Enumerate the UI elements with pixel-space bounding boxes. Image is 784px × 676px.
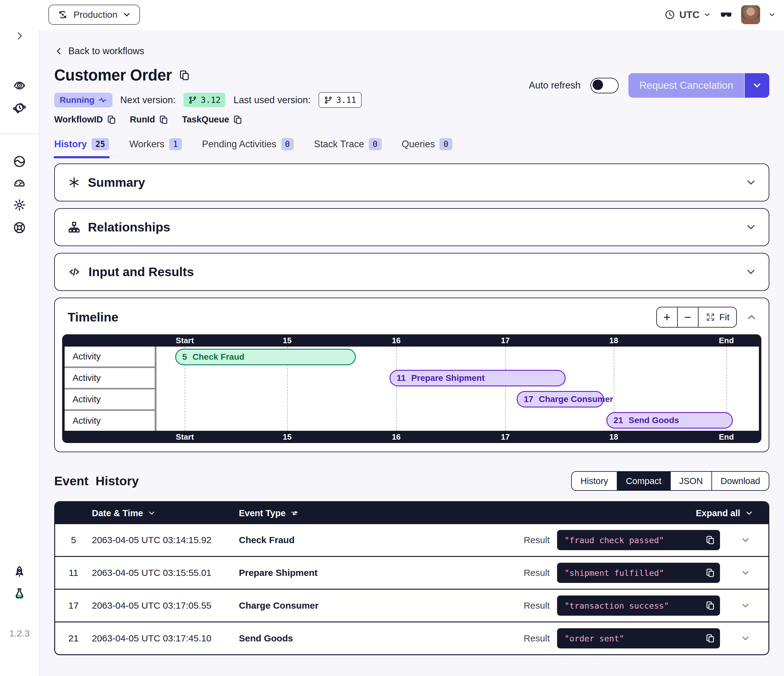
- view-compact-button[interactable]: Compact: [617, 472, 670, 490]
- tab-label: Queries: [402, 139, 435, 150]
- event-id: 17: [68, 600, 78, 611]
- request-cancelation-button[interactable]: Request Cancelation: [628, 73, 769, 98]
- incognito-glasses-icon[interactable]: [719, 8, 733, 22]
- support-lifering-icon[interactable]: [12, 221, 26, 235]
- view-history-button[interactable]: History: [572, 472, 616, 490]
- timeline-bar-send-goods[interactable]: 21Send Goods: [607, 412, 733, 429]
- copy-result-icon[interactable]: [705, 535, 715, 545]
- expand-all-button[interactable]: Expand all: [696, 508, 768, 518]
- run-id-label: RunId: [130, 115, 155, 124]
- result-value: "fraud check passed": [565, 536, 664, 545]
- fit-button[interactable]: Fit: [698, 308, 736, 327]
- result-value: "shipment fulfilled": [565, 568, 664, 578]
- settings-gear-icon[interactable]: [12, 198, 26, 212]
- expand-row-chevron[interactable]: [740, 633, 751, 643]
- timezone-label: UTC: [679, 9, 700, 20]
- event-row[interactable]: 5 2063-04-05 UTC 03:14:15.92 Check Fraud…: [55, 524, 768, 556]
- collapse-timeline-icon[interactable]: [745, 311, 758, 323]
- event-history-view-switcher: History Compact JSON Download: [571, 471, 769, 491]
- tab-pending-activities[interactable]: Pending Activities0: [202, 138, 294, 150]
- expand-row-chevron[interactable]: [740, 535, 751, 545]
- copy-result-icon[interactable]: [705, 634, 715, 643]
- back-to-workflows-link[interactable]: Back to workflows: [54, 46, 144, 57]
- workflow-tabs: History25 Workers1 Pending Activities0 S…: [54, 138, 769, 157]
- event-row[interactable]: 11 2063-04-05 UTC 03:15:55.01 Prepare Sh…: [55, 556, 768, 589]
- expand-row-chevron[interactable]: [740, 567, 751, 578]
- workflows-icon[interactable]: [12, 78, 26, 92]
- event-type: Prepare Shipment: [239, 567, 524, 578]
- axis-tick: 16: [392, 336, 401, 345]
- result-value-pill: "transaction success": [557, 595, 720, 616]
- copy-icon[interactable]: [107, 115, 117, 124]
- tab-history[interactable]: History25: [54, 138, 109, 150]
- labs-flask-icon[interactable]: [12, 587, 26, 601]
- chevron-down-icon: [745, 266, 757, 278]
- tab-workers[interactable]: Workers1: [129, 138, 182, 150]
- bar-label: Check Fraud: [193, 352, 245, 362]
- bar-label: Send Goods: [629, 415, 679, 425]
- zoom-out-button[interactable]: −: [677, 308, 698, 327]
- timeline-bar-prepare-shipment[interactable]: 11Prepare Shipment: [390, 370, 565, 386]
- expand-sidebar-icon[interactable]: [14, 31, 25, 41]
- request-cancelation-label: Request Cancelation: [628, 73, 744, 98]
- workflow-id-chip[interactable]: WorkflowID: [54, 115, 117, 124]
- timeline-row-label: Activity: [65, 411, 155, 431]
- sort-chevron-icon: [147, 509, 156, 517]
- namespace-icon: [57, 9, 68, 20]
- event-id: 21: [68, 633, 78, 643]
- gridline: [396, 347, 397, 431]
- gridline: [505, 347, 506, 431]
- copy-icon[interactable]: [233, 115, 243, 124]
- timeline-title: Timeline: [68, 310, 118, 325]
- timeline-bar-charge-consumer[interactable]: 17Charge Consumer: [516, 391, 604, 407]
- back-label: Back to workflows: [68, 46, 144, 57]
- tab-stack-trace[interactable]: Stack Trace0: [314, 138, 381, 150]
- rocket-icon[interactable]: [12, 565, 26, 579]
- tab-count: 25: [92, 138, 109, 150]
- schedules-icon[interactable]: [12, 101, 26, 115]
- copy-result-icon[interactable]: [705, 601, 715, 611]
- bar-label: Charge Consumer: [539, 394, 613, 404]
- relationships-label: Relationships: [88, 220, 170, 235]
- download-button[interactable]: Download: [711, 472, 769, 490]
- timeline-bar-check-fraud[interactable]: 5Check Fraud: [175, 349, 356, 365]
- user-avatar[interactable]: [741, 5, 760, 24]
- tab-count: 1: [169, 138, 182, 150]
- expand-row-chevron[interactable]: [740, 600, 751, 611]
- task-queue-chip[interactable]: TaskQueue: [182, 115, 243, 124]
- code-icon: [68, 265, 81, 278]
- copy-title-icon[interactable]: [179, 70, 190, 81]
- summary-accordion[interactable]: Summary: [54, 163, 769, 202]
- account-menu-chevron-icon[interactable]: [768, 11, 776, 19]
- relationships-accordion[interactable]: Relationships: [54, 208, 769, 246]
- nexus-icon[interactable]: [12, 155, 26, 168]
- namespace-switcher[interactable]: Production: [48, 5, 140, 25]
- timezone-selector[interactable]: UTC: [664, 9, 711, 20]
- chevron-down-icon: [122, 10, 131, 19]
- copy-icon[interactable]: [159, 115, 168, 124]
- result-label: Result: [524, 567, 550, 578]
- left-nav-rail: 1.2.3: [0, 0, 39, 676]
- chevron-down-icon: [745, 508, 754, 518]
- event-row[interactable]: 21 2063-04-05 UTC 03:17:45.10 Send Goods…: [55, 622, 768, 654]
- next-version-label: Next version:: [120, 95, 176, 106]
- date-time-sort[interactable]: Date & Time: [92, 508, 239, 518]
- input-results-accordion[interactable]: Input and Results: [54, 253, 769, 291]
- axis-tick: 17: [501, 336, 510, 345]
- view-json-button[interactable]: JSON: [670, 472, 711, 490]
- auto-refresh-toggle[interactable]: [590, 78, 619, 93]
- zoom-in-button[interactable]: +: [657, 308, 677, 327]
- usage-gauge-icon[interactable]: [12, 176, 26, 190]
- auto-refresh-label: Auto refresh: [529, 80, 581, 91]
- copy-result-icon[interactable]: [705, 568, 715, 578]
- app-version: 1.2.3: [0, 628, 39, 639]
- event-row[interactable]: 17 2063-04-05 UTC 03:17:05.55 Charge Con…: [55, 589, 768, 622]
- event-type-filter[interactable]: Event Type: [239, 508, 557, 518]
- expand-all-label: Expand all: [696, 508, 740, 518]
- result-value-pill: "order sent": [557, 628, 720, 648]
- run-id-chip[interactable]: RunId: [130, 115, 168, 124]
- chevron-left-icon: [54, 47, 64, 56]
- event-id: 11: [68, 567, 78, 578]
- cancel-options-caret[interactable]: [744, 73, 769, 98]
- tab-queries[interactable]: Queries0: [402, 138, 452, 150]
